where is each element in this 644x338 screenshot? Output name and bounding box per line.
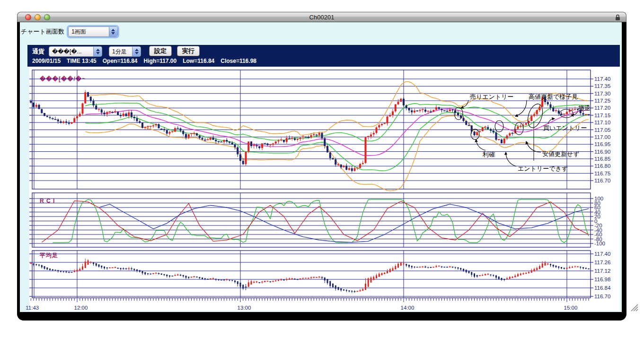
window-title: Ch00201 [18,14,626,21]
status-date: 2009/01/15 [32,58,61,64]
currency-value: ���[�... [49,48,93,55]
status-low: Low=116.84 [183,58,214,64]
rci-panel-label: R C I [40,198,55,204]
ohlc-status-line: 2009/01/15 TIME 13:45 Open=116.84 High=1… [32,58,256,64]
chart-count-select[interactable]: 1画面 [68,26,118,37]
settings-button[interactable]: 設定 [149,46,172,56]
run-button[interactable]: 実行 [177,46,200,56]
stepper-arrows-icon[interactable] [93,47,102,56]
window-body: チャート画面数 1画面 通貨 ���[�... 1分足 設定 実行 [17,22,626,321]
stepper-arrows-icon[interactable] [109,27,117,36]
app-window: Ch00201 チャート画面数 1画面 通貨 ���[�... [17,12,626,321]
status-close: Close=116.98 [221,58,256,64]
resize-grip[interactable] [629,303,639,312]
stepper-arrows-icon[interactable] [132,47,141,56]
status-time: TIME 13:45 [67,58,97,64]
heikin-panel-label: 平均足 [40,251,58,260]
chart-area [29,67,620,311]
timeframe-value: 1分足 [109,48,132,56]
screen: Ch00201 チャート画面数 1画面 通貨 ���[�... [0,0,644,338]
chart-count-label: チャート画面数 [21,27,64,36]
lock-icon[interactable] [614,14,621,21]
chart-toolbar: 通貨 ���[�... 1分足 設定 実行 2009/01/15 TIME 13… [27,45,620,67]
status-open: Open=116.84 [103,58,138,64]
status-high: High=117.00 [143,58,176,64]
currency-label: 通貨 [32,47,44,56]
window-titlebar[interactable]: Ch00201 [17,12,626,22]
timeframe-select[interactable]: 1分足 [109,46,141,57]
currency-select[interactable]: ���[�... [49,46,102,57]
main-chart-label: ���[��/�~ [40,76,86,82]
chart-count-value: 1画面 [69,28,109,36]
chart-count-row: チャート画面数 1画面 [21,26,114,38]
